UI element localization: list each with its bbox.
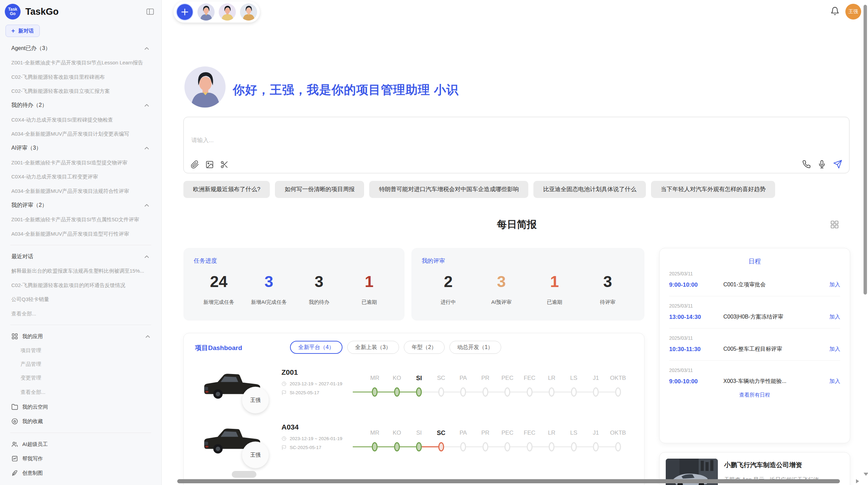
sidebar-section-ai-review[interactable]: AI评审（3） bbox=[5, 141, 156, 156]
milestone-label: SI bbox=[408, 374, 430, 382]
suggestion-chip[interactable]: 当下年轻人对汽车外观有怎样的喜好趋势 bbox=[651, 181, 775, 198]
sidebar-item-creative-draw[interactable]: 创意制图 bbox=[5, 466, 156, 480]
sidebar-item-my-favorites[interactable]: 我的收藏 bbox=[5, 414, 156, 428]
image-icon[interactable] bbox=[205, 160, 214, 169]
dashboard-tab[interactable]: 全新平台（4） bbox=[290, 341, 342, 354]
sidebar-section-list: Z001-全新燃油轻卡产品开发项目SI造型提交物评审C0X4-动力总成开发项目工… bbox=[0, 156, 161, 198]
project-row-a034[interactable]: 王强 A034 2023-12-19 ~ 2026-01-19 SC-2025-… bbox=[184, 420, 644, 474]
sidebar-app-item[interactable]: 产品管理 bbox=[5, 357, 156, 371]
suggestion-chip[interactable]: 欧洲新规最近颁布了什么? bbox=[183, 181, 270, 198]
chat-input[interactable] bbox=[191, 136, 706, 158]
notification-bell-icon[interactable] bbox=[830, 7, 840, 16]
view-all-schedule-link[interactable]: 查看所有日程 bbox=[669, 392, 840, 398]
milestone-connector bbox=[353, 391, 375, 393]
section-title: Agent已办（3） bbox=[11, 45, 51, 52]
clock-icon bbox=[281, 436, 287, 441]
send-icon[interactable] bbox=[833, 160, 842, 169]
sidebar-section-recent[interactable]: 最近对话 bbox=[5, 249, 156, 264]
milestone-connector bbox=[574, 446, 596, 447]
user-avatar[interactable]: 王强 bbox=[845, 4, 861, 20]
sidebar-conversation-item[interactable]: C02-飞腾新能源轻客改款项目的闭环通告反馈情况 bbox=[5, 278, 156, 293]
project-row-z001[interactable]: 王强 Z001 2023-12-19 ~ 2027-01-19 SI-2025-… bbox=[184, 365, 644, 420]
milestone: PR bbox=[474, 429, 497, 457]
milestone-connector bbox=[441, 446, 463, 447]
stat-item: 3 待评审 bbox=[581, 272, 634, 306]
collapse-sidebar-icon[interactable] bbox=[145, 7, 155, 16]
milestone-label: PA bbox=[452, 374, 474, 382]
task-progress-title: 任务进度 bbox=[194, 257, 394, 265]
milestone-dot bbox=[416, 387, 422, 397]
schedule-time: 9:00-10:00 bbox=[669, 282, 723, 288]
sidebar-conversation-item[interactable]: Z001-全新燃油轻卡产品开发项目SI造型提交物评审 bbox=[5, 156, 156, 170]
suggestion-chip[interactable]: 比亚迪全固态电池计划具体说了什么 bbox=[533, 181, 646, 198]
sidebar-item-help-write[interactable]: 帮我写作 bbox=[5, 451, 156, 466]
scroll-right-arrow[interactable] bbox=[856, 479, 859, 483]
sidebar-app-item[interactable]: 变更管理 bbox=[5, 371, 156, 385]
schedule-entry: 2025/03/11 13:00-14:30 C003|H0B-方案冻结评审 加… bbox=[669, 300, 840, 328]
sidebar-item-my-apps[interactable]: 我的应用 bbox=[5, 329, 156, 344]
apps-view-all[interactable]: 查看全部... bbox=[5, 385, 156, 400]
sidebar-conversation-item[interactable]: A034-全新新能源MUV产品开发项目计划变更表编写 bbox=[5, 127, 156, 141]
sidebar-item-my-cloud[interactable]: 我的云空间 bbox=[5, 400, 156, 414]
microphone-icon[interactable] bbox=[818, 160, 826, 169]
sidebar-section-my-review[interactable]: 我的评审（2） bbox=[5, 198, 156, 212]
sidebar-conversation-item[interactable]: A034-全新新能源MUV产品开发项目造型可行性评审 bbox=[5, 227, 156, 241]
stat-item: 1 已逾期 bbox=[344, 272, 394, 306]
sidebar-conversation-item[interactable]: C0X4-动力总成开发项目工程变更评审 bbox=[5, 170, 156, 184]
creative-draw-label: 创意制图 bbox=[22, 470, 43, 476]
dashboard-tab[interactable]: 全新上装（3） bbox=[347, 341, 399, 354]
scissors-icon[interactable] bbox=[220, 160, 229, 169]
milestone: PA bbox=[452, 429, 474, 457]
app-logo-line2: Go bbox=[10, 12, 16, 16]
sidebar-conversation-item[interactable]: 解释最新出台的欧盟报废车法规再生塑料比例被调至15%... bbox=[5, 264, 156, 278]
join-meeting-link[interactable]: 加入 bbox=[829, 378, 840, 385]
layout-grid-icon[interactable] bbox=[830, 220, 839, 229]
scroll-down-arrow[interactable] bbox=[864, 473, 868, 476]
phone-call-icon[interactable] bbox=[802, 160, 811, 169]
join-meeting-link[interactable]: 加入 bbox=[829, 346, 840, 353]
new-chat-button[interactable]: + 新对话 bbox=[5, 25, 40, 37]
dashboard-tab[interactable]: 动总开发（1） bbox=[449, 341, 501, 354]
sidebar-conversation-item[interactable]: A034-全新新能源MUV产品开发项目法规符合性评审 bbox=[5, 184, 156, 198]
sidebar-conversation-item[interactable]: Z001-全新燃油轻卡产品开发项目SI节点属性5D文件评审 bbox=[5, 212, 156, 227]
milestone-label: KO bbox=[386, 374, 408, 382]
horizontal-scrollbar[interactable] bbox=[177, 479, 840, 483]
vertical-scrollbar[interactable] bbox=[864, 5, 867, 295]
sidebar-conversation-item[interactable]: 公司Q3轻卡销量 bbox=[5, 292, 156, 307]
sidebar-section-agent-done[interactable]: Agent已办（3） bbox=[5, 41, 156, 55]
milestone: J1 bbox=[585, 429, 607, 457]
schedule-entry: 2025/03/11 9:00-10:00 X003-车辆动力学性能验... 加… bbox=[669, 365, 840, 385]
composer-right-tools bbox=[802, 160, 842, 169]
my-apps-label: 我的应用 bbox=[22, 333, 141, 340]
sidebar-conversation-item[interactable]: C02-飞腾新能源轻客改款项目立项汇报方案 bbox=[5, 84, 156, 98]
dashboard-tab-label: 全新平台（4） bbox=[298, 344, 334, 350]
milestone-dot bbox=[505, 442, 510, 451]
sidebar-item-ai-staff[interactable]: AI超级员工 bbox=[5, 437, 156, 451]
milestone-dot bbox=[438, 387, 444, 397]
attachment-icon[interactable] bbox=[191, 160, 199, 169]
suggestion-chip[interactable]: 如何写一份清晰的项目周报 bbox=[275, 181, 364, 198]
dashboard-tab[interactable]: 年型（2） bbox=[404, 341, 445, 354]
sidebar-conversation-item[interactable]: C02-飞腾新能源轻客改款项目里程碑画布 bbox=[5, 70, 156, 84]
milestone-connector bbox=[552, 446, 574, 447]
sidebar-app-item[interactable]: 项目管理 bbox=[5, 344, 156, 357]
schedule-entry: 2025/03/11 10:30-11:30 C005-整车工程目标评审 加入 bbox=[669, 333, 840, 361]
join-meeting-link[interactable]: 加入 bbox=[829, 313, 840, 321]
ai-staff-label: AI超级员工 bbox=[22, 441, 48, 448]
new-session-button[interactable] bbox=[176, 3, 193, 21]
sidebar-section-my-todo[interactable]: 我的待办（2） bbox=[5, 98, 156, 113]
stat-value: 3 bbox=[475, 272, 528, 291]
join-meeting-link[interactable]: 加入 bbox=[829, 281, 840, 288]
milestone-dot bbox=[549, 442, 555, 451]
recent-view-all[interactable]: 查看全部... bbox=[5, 307, 156, 321]
session-avatar-1[interactable] bbox=[197, 3, 215, 21]
suggestion-chip[interactable]: 特朗普可能对进口汽车增税会对中国车企造成哪些影响 bbox=[369, 181, 528, 198]
divider bbox=[10, 325, 151, 325]
sidebar-section-list: Z001-全新燃油轻卡产品开发项目SI节点属性5D文件评审A034-全新新能源M… bbox=[0, 212, 161, 241]
sidebar-conversation-item[interactable]: Z001-全新燃油皮卡产品开发项目SI节点Lesson Learn报告 bbox=[5, 55, 156, 70]
project-dashboard-card: 项目Dashboard 全新平台（4） 全新上装（3） 年型（2） 动总开发（1… bbox=[183, 333, 644, 485]
session-avatar-3[interactable] bbox=[240, 3, 257, 21]
sidebar-conversation-item[interactable]: C0X4-动力总成开发项目SI里程碑提交物检查 bbox=[5, 113, 156, 127]
dashboard-tab-label: 全新上装（3） bbox=[355, 344, 391, 350]
session-avatar-2[interactable] bbox=[219, 3, 236, 21]
